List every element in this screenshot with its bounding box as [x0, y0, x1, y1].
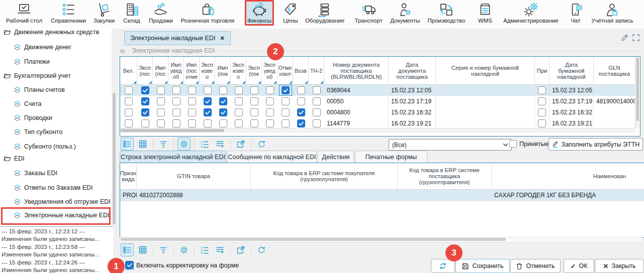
- gear-icon[interactable]: [177, 243, 191, 256]
- table-vscrollbar[interactable]: [635, 57, 639, 128]
- column-header[interactable]: Номер документа поставщика (BLRWBL/BLRDL…: [324, 57, 389, 85]
- row-checkbox[interactable]: [538, 97, 546, 105]
- filter-dropdown[interactable]: (Все): [389, 139, 512, 151]
- column-header[interactable]: GLN поставщика: [594, 57, 635, 85]
- row-checkbox[interactable]: [313, 86, 321, 94]
- table-cell[interactable]: 4810272002888: [137, 190, 251, 201]
- row-checkbox[interactable]: [172, 97, 180, 105]
- row-checkbox[interactable]: [172, 119, 180, 127]
- table-cell[interactable]: [535, 118, 549, 129]
- table-cell[interactable]: [398, 190, 492, 201]
- open-external-icon[interactable]: [234, 243, 247, 256]
- tab-detail-3[interactable]: Действия: [318, 151, 354, 163]
- tab-close-icon[interactable]: ✕: [220, 35, 224, 42]
- row-checkbox[interactable]: [282, 108, 290, 116]
- table-row[interactable]: 000480015.02.23 16:3215.02.23 16:32: [120, 107, 635, 118]
- row-checkbox[interactable]: [141, 119, 149, 127]
- grid-icon[interactable]: [136, 138, 149, 151]
- nav-item-administration[interactable]: Администрирование: [501, 1, 561, 25]
- row-checkbox[interactable]: [125, 119, 133, 127]
- nav-item-prices[interactable]: $Цены: [281, 1, 300, 25]
- column-header[interactable]: Отме накл: [278, 57, 293, 85]
- column-header[interactable]: Дата бумажной накладной: [549, 57, 594, 85]
- close-button[interactable]: ✕Закрыть: [595, 259, 644, 273]
- sidebar-item[interactable]: Проводки: [13, 111, 52, 125]
- row-checkbox[interactable]: [188, 97, 196, 105]
- column-header[interactable]: ТН-2: [309, 57, 324, 85]
- table-cell[interactable]: 15.02.23 12:05: [389, 85, 436, 96]
- table-cell[interactable]: 15.02.23 16:32: [389, 107, 436, 118]
- row-checkbox[interactable]: [313, 97, 321, 105]
- cancel-button[interactable]: Отменить: [510, 259, 561, 273]
- list-view-icon[interactable]: [121, 138, 134, 151]
- collapse-icon[interactable]: ⊖: [120, 47, 125, 55]
- row-checkbox[interactable]: [204, 86, 212, 94]
- tab-detail-2[interactable]: Сообщение по накладной EDI: [227, 151, 317, 163]
- sidebar-scrollbar-thumb[interactable]: [113, 93, 116, 224]
- sidebar-scrollbar[interactable]: [112, 29, 116, 226]
- edit-pencil-icon[interactable]: [620, 34, 628, 42]
- nav-item-sales[interactable]: Продажи: [147, 1, 175, 25]
- sidebar-item[interactable]: Счета: [13, 97, 41, 111]
- vscrollbar-thumb[interactable]: [636, 58, 639, 121]
- row-checkbox[interactable]: [157, 86, 165, 94]
- nav-item-production[interactable]: Производство: [426, 1, 468, 25]
- row-checkbox[interactable]: [297, 119, 305, 127]
- row-checkbox[interactable]: [313, 119, 321, 127]
- tab-detail-1[interactable]: Строка электронной накладной EDI: [120, 151, 226, 163]
- column-header[interactable]: Имп (пос: [153, 57, 168, 85]
- grid-icon[interactable]: [136, 243, 149, 256]
- column-header[interactable]: Эксп (пос: [137, 57, 153, 85]
- row-checkbox[interactable]: [188, 108, 196, 116]
- table-cell[interactable]: 16.02.23 19:21: [549, 118, 594, 129]
- row-checkbox[interactable]: [297, 108, 305, 116]
- table-cell[interactable]: [594, 118, 635, 129]
- row-checkbox[interactable]: [235, 119, 243, 127]
- column-header[interactable]: Имп (пос отме: [184, 57, 200, 85]
- nav-item-warehouse[interactable]: Склад: [121, 1, 142, 25]
- column-header[interactable]: Эксп изве о: [231, 57, 246, 85]
- row-checkbox[interactable]: [297, 97, 305, 105]
- column-header[interactable]: Код товара в ERP системе поставщика (гру…: [398, 163, 492, 190]
- row-checkbox[interactable]: [125, 108, 133, 116]
- row-checkbox[interactable]: [157, 108, 165, 116]
- nav-item-wms[interactable]: WMS: [476, 1, 495, 25]
- table-cell[interactable]: 0369044: [324, 85, 389, 96]
- table-cell[interactable]: [436, 107, 535, 118]
- sidebar-item[interactable]: Движение денег: [13, 40, 71, 54]
- table-cell[interactable]: 15.02.23 17:19: [389, 96, 436, 107]
- nav-item-documents[interactable]: Документы: [388, 1, 422, 25]
- open-external-icon[interactable]: [234, 138, 247, 151]
- save-button[interactable]: Сохранить: [455, 259, 510, 273]
- row-checkbox[interactable]: [172, 108, 180, 116]
- hscrollbar-thumb[interactable]: [121, 129, 224, 132]
- row-checkbox[interactable]: [538, 86, 546, 94]
- table-cell[interactable]: 15.02.23 17:19: [549, 96, 594, 107]
- table-cell[interactable]: 15.02.23 12:05: [549, 85, 594, 96]
- row-checkbox[interactable]: [250, 108, 258, 116]
- nav-item-desktop[interactable]: Рабочий стол: [4, 1, 44, 25]
- row-checkbox[interactable]: [235, 86, 243, 94]
- table-cell[interactable]: [594, 107, 635, 118]
- row-checkbox[interactable]: [235, 97, 243, 105]
- sidebar-item[interactable]: Движение денежных средств: [3, 29, 99, 39]
- row-checkbox[interactable]: [141, 108, 149, 116]
- column-header[interactable]: Призн вида: [120, 163, 137, 190]
- sidebar-item[interactable]: Ответы по Заказам EDI: [13, 181, 93, 195]
- row-checkbox[interactable]: [282, 97, 290, 105]
- sidebar-item[interactable]: Планы счетов: [13, 83, 65, 97]
- filter-icon[interactable]: [157, 138, 170, 151]
- table-cell[interactable]: [594, 85, 635, 96]
- column-header[interactable]: Имп увед об: [168, 57, 184, 85]
- table-cell[interactable]: 1144779: [324, 118, 389, 129]
- filter-icon[interactable]: [157, 243, 170, 256]
- list-view-icon[interactable]: [121, 243, 134, 256]
- table-cell[interactable]: 16.02.23 19:21: [389, 118, 436, 129]
- row-checkbox[interactable]: [204, 119, 212, 127]
- row-checkbox[interactable]: [157, 119, 165, 127]
- nav-item-procurement[interactable]: Закупки: [91, 1, 117, 25]
- row-checkbox[interactable]: [219, 108, 227, 116]
- nav-item-equipment[interactable]: Оборудование: [303, 1, 346, 25]
- column-header[interactable]: Вкл.: [120, 57, 137, 85]
- expand-icon[interactable]: [632, 34, 640, 42]
